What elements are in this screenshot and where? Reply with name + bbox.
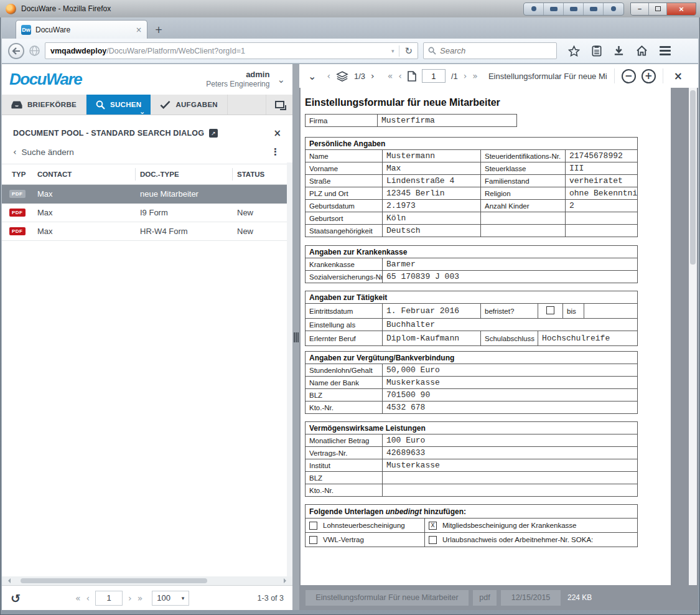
checkmark-icon bbox=[160, 100, 170, 109]
vm-monitor-button[interactable] bbox=[544, 3, 564, 15]
suchen-dropdown-icon[interactable]: ⌄ bbox=[139, 108, 146, 116]
site-identity-icon[interactable] bbox=[29, 45, 40, 56]
menu-icon[interactable] bbox=[660, 46, 671, 55]
page-size-select[interactable]: 100 ▾ bbox=[152, 591, 189, 606]
minimize-button[interactable]: – bbox=[631, 3, 649, 15]
restore-button[interactable] bbox=[649, 3, 667, 15]
back-button[interactable] bbox=[8, 43, 24, 59]
home-icon[interactable] bbox=[636, 45, 648, 56]
search-input[interactable] bbox=[440, 46, 533, 55]
document-stack-icon bbox=[336, 71, 348, 82]
vm-pin2-button[interactable] bbox=[604, 3, 623, 15]
page-size-caret-icon: ▾ bbox=[182, 595, 185, 601]
nav-briefkoerbe-button[interactable]: BRIEFKÖRBE bbox=[2, 95, 86, 115]
window-title: DocuWare - Mozilla Firefox bbox=[21, 4, 111, 13]
column-contact[interactable]: CONTACT bbox=[37, 164, 72, 184]
tray-icon bbox=[11, 101, 22, 109]
url-bar[interactable]: vmqadwdeploy/DocuWare/Platform/WebClient… bbox=[45, 42, 418, 59]
nav-suchen-button[interactable]: SUCHEN ⌄ bbox=[86, 95, 151, 115]
window-controls: – × bbox=[523, 2, 696, 16]
close-dialog-icon[interactable]: × bbox=[273, 128, 281, 139]
nav-aufgaben-button[interactable]: AUFGABEN bbox=[151, 95, 228, 115]
scrollbar-thumb[interactable] bbox=[690, 90, 696, 265]
document-counter: 1/3 bbox=[354, 72, 365, 81]
list-vertical-scrollbar[interactable] bbox=[287, 162, 292, 576]
table-row[interactable]: PDF Max HR-W4 Form New bbox=[2, 222, 292, 241]
vm-send-button[interactable] bbox=[564, 3, 584, 15]
viewer-vertical-scrollbar[interactable] bbox=[689, 88, 697, 585]
table-row[interactable]: PDF Max neue Mitarbeiter bbox=[2, 185, 292, 204]
browser-search-box[interactable] bbox=[423, 42, 557, 59]
back-chevron-icon[interactable]: ‹ bbox=[13, 147, 17, 157]
tab-close-icon[interactable]: × bbox=[136, 26, 142, 34]
close-viewer-icon[interactable]: × bbox=[674, 70, 683, 82]
pdf-page: Einstellungsformular für neue Mitarbeite… bbox=[301, 88, 671, 585]
viewer-page-input[interactable] bbox=[422, 69, 446, 83]
pdf-icon: PDF bbox=[9, 209, 26, 217]
last-page-icon[interactable]: » bbox=[472, 71, 478, 81]
column-status[interactable]: STATUS bbox=[237, 164, 264, 184]
search-icon bbox=[96, 100, 105, 110]
tab-docuware[interactable]: Dw DocuWare × bbox=[16, 20, 147, 39]
status-file-type[interactable]: pdf bbox=[473, 590, 497, 606]
vm-pin-button[interactable] bbox=[524, 3, 544, 15]
viewer-window-button[interactable] bbox=[266, 95, 292, 115]
result-options-icon[interactable]: ⋮ bbox=[271, 146, 280, 157]
column-doctype[interactable]: DOC.-TYPE bbox=[140, 164, 179, 184]
first-page-icon[interactable]: « bbox=[388, 71, 393, 81]
windows-icon bbox=[275, 101, 284, 108]
change-search-row: ‹ Suche ändern ⋮ bbox=[2, 143, 292, 161]
search-dialog-title: DOCUMENT POOL - STANDARD SEARCH DIALOG bbox=[13, 129, 204, 138]
reload-icon[interactable]: ↻ bbox=[404, 45, 413, 57]
next-document-icon[interactable]: › bbox=[371, 71, 375, 81]
vwl-vertrag-checkbox bbox=[309, 536, 317, 544]
bookmark-star-icon[interactable] bbox=[568, 45, 580, 57]
splitter-grip-icon[interactable] bbox=[294, 332, 299, 342]
vm-bar-button[interactable] bbox=[584, 3, 604, 15]
browser-toolbar: vmqadwdeploy/DocuWare/Platform/WebClient… bbox=[2, 39, 698, 63]
table-row[interactable]: PDF Max I9 Form New bbox=[2, 204, 292, 222]
user-name: admin bbox=[206, 70, 269, 80]
refresh-icon[interactable]: ↻ bbox=[11, 591, 21, 605]
new-tab-button[interactable]: + bbox=[150, 23, 167, 37]
zoom-out-button[interactable]: − bbox=[622, 69, 636, 83]
collapse-toolbar-icon[interactable]: ⌄ bbox=[308, 70, 316, 82]
next-page-icon[interactable]: › bbox=[464, 71, 467, 81]
status-doc-name[interactable]: Einstellungsformular Für neue Mitarbeite… bbox=[306, 590, 469, 606]
last-page-icon[interactable]: » bbox=[138, 593, 143, 603]
close-window-button[interactable]: × bbox=[667, 3, 696, 15]
status-date[interactable]: 12/15/2015 bbox=[501, 590, 561, 606]
unterlagen-table: Folgende Unterlagen unbedingt hinzufügen… bbox=[305, 504, 638, 547]
zoom-in-button[interactable]: + bbox=[642, 69, 656, 83]
panel-splitter[interactable] bbox=[292, 64, 299, 610]
result-range-label: 1-3 of 3 bbox=[258, 594, 284, 603]
prev-page-icon[interactable]: ‹ bbox=[398, 71, 402, 81]
next-page-icon[interactable]: › bbox=[128, 593, 132, 603]
tab-bar: Dw DocuWare × + bbox=[2, 17, 698, 39]
prev-document-icon[interactable]: ‹ bbox=[327, 71, 330, 81]
taetigkeit-table: Angaben zur Tätigkeit Eintrittsdatum 1. … bbox=[305, 291, 638, 346]
user-menu[interactable]: admin Peters Engineering bbox=[206, 70, 269, 89]
search-icon bbox=[428, 47, 436, 55]
viewer-page-total: /1 bbox=[451, 72, 458, 81]
first-page-icon[interactable]: « bbox=[75, 593, 81, 603]
list-horizontal-scrollbar[interactable] bbox=[2, 576, 292, 585]
prev-page-icon[interactable]: ‹ bbox=[86, 593, 90, 603]
scroll-right-arrow[interactable] bbox=[284, 578, 289, 583]
column-typ[interactable]: TYP bbox=[12, 164, 26, 184]
bookmarks-panel-icon[interactable] bbox=[592, 45, 602, 57]
url-dropdown-icon[interactable]: ▾ bbox=[391, 48, 394, 54]
user-menu-chevron-icon[interactable]: ⌄ bbox=[277, 74, 285, 85]
downloads-icon[interactable] bbox=[614, 45, 624, 56]
scroll-left-arrow[interactable] bbox=[6, 578, 11, 583]
main-content: DocuWare admin Peters Engineering ⌄ BRIE… bbox=[2, 63, 698, 610]
pagination: « ‹ › » 100 ▾ bbox=[75, 591, 189, 606]
page-icon bbox=[408, 71, 416, 82]
docuware-favicon: Dw bbox=[21, 25, 31, 35]
window-titlebar: DocuWare - Mozilla Firefox – × bbox=[0, 0, 700, 17]
pdf-icon: PDF bbox=[9, 190, 26, 198]
change-search-link[interactable]: Suche ändern bbox=[22, 148, 74, 157]
open-external-icon[interactable]: ↗ bbox=[209, 129, 218, 138]
scrollbar-thumb[interactable] bbox=[21, 578, 207, 583]
page-number-input[interactable] bbox=[95, 591, 123, 606]
